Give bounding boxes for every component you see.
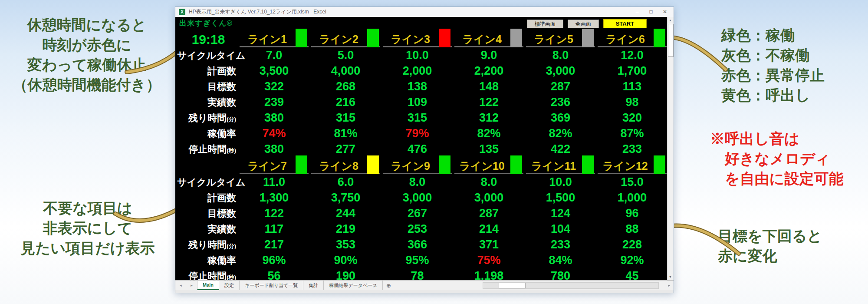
value-cell: 84% [526,252,595,268]
table-row: 実績数11721925321410488 [177,221,667,237]
minimize-button[interactable]: – [630,7,644,17]
status-green-icon [582,155,594,174]
value-cell: 109 [383,94,452,110]
line-table-2: ライン7ライン8ライン9ライン10ライン11ライン12サイクルタイム11.06.… [177,157,667,280]
value-cell: 214 [454,221,523,237]
value-cell: 90% [311,252,380,268]
value-cell: 366 [383,237,452,254]
scroll-up-icon[interactable]: ▲ [667,17,673,23]
status-green-icon [510,155,522,174]
value-cell: 2,200 [454,63,523,79]
sheet-tab[interactable]: 稼働結果データベース [324,281,383,290]
close-button[interactable]: ✕ [658,7,672,17]
line-name-label: ライン11 [526,159,581,173]
annotation-line: 目標を下回ると [718,226,822,246]
value-cell: 268 [311,79,380,95]
scroll-down-icon[interactable]: ▼ [667,274,673,280]
row-label-unit: (秒) [227,274,236,280]
row-label-text: 目標数 [207,208,236,219]
line-name-label: ライン3 [383,32,438,46]
status-gray-icon [510,29,522,47]
value-cell: 7.0 [240,47,309,63]
value-cell: 1,000 [598,190,667,206]
annotation-line: 赤に変化 [718,246,822,266]
annotation-line: ※呼出し音は [710,129,844,149]
value-cell: 15.0 [598,174,667,190]
fullscreen-button[interactable]: 全画面 [568,20,599,28]
table-row: 稼働率74%81%79%82%82%87% [177,126,667,141]
value-cell: 12.0 [598,47,667,63]
value-cell: 236 [526,94,595,110]
table-row: 目標数322268138148287113 [177,79,667,94]
maximize-button[interactable]: □ [644,7,658,17]
scroll-right-icon[interactable]: ▸ [668,281,670,290]
excel-window: X HP表示用_出来すぎくん Ver.7.10_12ライン用.xlsm - Ex… [175,7,674,293]
value-cell: 3,000 [526,63,595,79]
vertical-scroll-thumb[interactable] [668,24,674,57]
sheet-tab[interactable]: Main [197,281,219,290]
annotation-call-melody: ※呼出し音は 好きなメロディ を自由に設定可能 [710,129,844,188]
value-cell: 190 [311,268,380,280]
vertical-scrollbar[interactable]: ▲ ▼ [667,17,674,280]
annotation-line: （休憩時間機能付き） [5,75,168,95]
sheet-tabs: Main設定キーボード割り当て一覧集計稼働結果データベース [197,281,383,290]
value-cell: 6.0 [311,174,380,190]
row-label: 残り時間(分) [177,110,237,127]
value-cell: 96 [598,205,667,221]
annotation-line: 時刻が赤色に [5,35,168,55]
title-bar: X HP表示用_出来すぎくん Ver.7.10_12ライン用.xlsm - Ex… [175,7,674,17]
tab-nav-left-icon[interactable]: ◂ [175,281,186,290]
line-header: ライン10 [454,157,523,174]
table-row: 残り時間(分)217353366371233228 [177,237,667,252]
start-button[interactable]: START [603,19,647,28]
table-row: サイクルタイム7.05.010.09.08.012.0 [177,47,667,63]
tab-nav-right-icon[interactable]: ▸ [186,281,197,290]
sheet-tab[interactable]: 集計 [303,281,324,290]
row-label: 停止時間(秒) [177,141,237,159]
value-cell: 9.0 [454,47,523,63]
line-name-label: ライン8 [311,159,366,173]
line-header: ライン11 [526,157,595,174]
line-header: ライン5 [526,30,595,47]
annotation-line: 非表示にして [3,218,173,238]
row-label-text: 残り時間 [188,239,227,250]
value-cell: 79% [383,126,452,142]
row-label-unit: (分) [227,116,236,122]
value-cell: 10.0 [383,47,452,63]
horizontal-scrollbar[interactable] [483,282,659,289]
row-label-text: 実績数 [207,97,236,108]
add-sheet-icon[interactable]: ⊕ [383,281,394,290]
annotation-line: 休憩時間になると [5,15,168,35]
row-label-text: サイクルタイム [177,177,246,188]
value-cell: 75% [454,252,523,268]
value-cell: 11.0 [240,174,309,190]
line-header: ライン8 [311,157,380,174]
annotation-line: 変わって稼働休止 [5,55,168,75]
value-cell: 380 [240,110,309,127]
line-header: ライン2 [311,30,380,47]
row-label-unit: (秒) [227,147,236,154]
row-label: 残り時間(分) [177,237,237,254]
line-header: ライン1 [240,30,309,47]
row-label: サイクルタイム [177,174,237,190]
window-controls: – □ ✕ [630,7,672,17]
value-cell: 8.0 [526,47,595,63]
row-label: 稼働率 [177,126,237,142]
value-cell: 87% [598,126,667,142]
standard-screen-button[interactable]: 標準画面 [527,20,563,28]
value-cell: 780 [526,268,595,280]
value-cell: 8.0 [454,174,523,190]
table-row: 停止時間(秒)56190781,19878045 [177,268,667,280]
annotation-below-target: 目標を下回ると 赤に変化 [718,226,822,266]
value-cell: 228 [598,237,667,254]
status-yellow-icon [367,155,379,174]
horizontal-scroll-thumb[interactable] [499,283,526,288]
annotation-line: 緑色：稼働 [721,25,825,45]
row-label-text: 残り時間 [188,112,227,123]
sheet-tab[interactable]: キーボード割り当て一覧 [240,281,303,290]
status-green-icon [296,29,307,47]
value-cell: 320 [598,110,667,127]
line-header: ライン6 [598,30,667,47]
sheet-tab[interactable]: 設定 [219,281,240,290]
table-row: 実績数23921610912223698 [177,94,667,110]
